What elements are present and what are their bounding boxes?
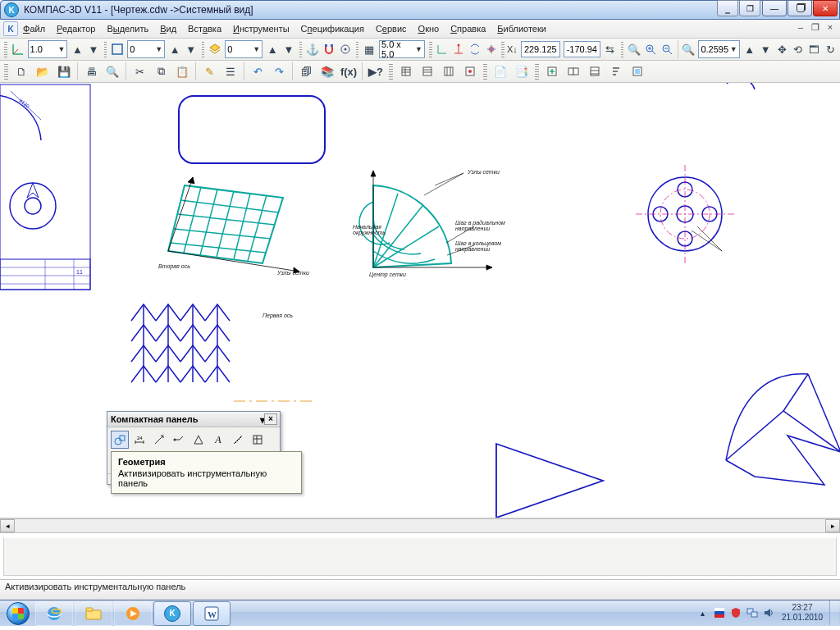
copy-props-icon[interactable]: ✎ bbox=[199, 62, 219, 81]
app-menu-icon[interactable]: K bbox=[3, 21, 18, 36]
edit-icon[interactable] bbox=[189, 431, 208, 449]
menu-service[interactable]: Сервис bbox=[376, 24, 407, 34]
taskbar-wmp[interactable] bbox=[114, 601, 152, 626]
zoom-up-icon[interactable]: ▲ bbox=[742, 39, 757, 59]
preview-icon[interactable]: 🔍 bbox=[103, 62, 122, 81]
menu-window[interactable]: Окно bbox=[418, 24, 440, 34]
menu-view[interactable]: Вид bbox=[160, 24, 176, 34]
redraw-icon[interactable]: 🗔 bbox=[807, 39, 822, 59]
grid-combo[interactable]: 5.0 x 5.0▼ bbox=[379, 40, 425, 58]
tray-shield-icon[interactable] bbox=[729, 606, 742, 619]
taskbar-ie[interactable] bbox=[35, 601, 73, 626]
dimensions-icon[interactable]: 24 bbox=[130, 431, 148, 449]
open-icon[interactable]: 📂 bbox=[33, 62, 52, 81]
spec-add-icon[interactable] bbox=[542, 62, 562, 81]
tray-flag-icon[interactable] bbox=[713, 606, 726, 619]
snap-config-icon[interactable] bbox=[338, 39, 353, 59]
new-icon[interactable]: 🗋 bbox=[11, 62, 31, 81]
doc-manager-icon[interactable]: 🗐 bbox=[296, 62, 316, 81]
scroll-left-button[interactable]: ◂ bbox=[0, 519, 15, 532]
library-icon[interactable]: 📚 bbox=[317, 62, 337, 81]
scale-up-icon[interactable]: ▲ bbox=[70, 39, 84, 59]
scroll-right-button[interactable]: ▸ bbox=[825, 519, 840, 532]
taskbar-explorer[interactable] bbox=[75, 601, 112, 626]
spec-sort-icon[interactable] bbox=[606, 62, 626, 81]
designations-icon[interactable] bbox=[170, 431, 188, 449]
mdi-minimize-button[interactable]: – bbox=[794, 21, 807, 33]
window-minimize-button[interactable]: — bbox=[762, 0, 787, 16]
round-icon[interactable] bbox=[468, 39, 482, 59]
coord-switch-icon[interactable]: ⇆ bbox=[603, 39, 618, 59]
tray-clock[interactable]: 23:27 21.01.2010 bbox=[782, 603, 823, 623]
toolbar-grip[interactable] bbox=[389, 63, 393, 80]
cut-icon[interactable]: ✂ bbox=[130, 62, 149, 81]
rotate-view-icon[interactable]: ⟲ bbox=[791, 39, 806, 59]
close-icon[interactable]: × bbox=[264, 413, 277, 425]
toolbar-grip[interactable] bbox=[202, 41, 205, 57]
layer-down-icon[interactable]: ▼ bbox=[281, 39, 296, 59]
params-icon[interactable]: A bbox=[209, 431, 227, 449]
toolbar-grip[interactable] bbox=[501, 41, 504, 57]
lcs-icon[interactable] bbox=[436, 39, 450, 59]
menu-spec[interactable]: Спецификация bbox=[301, 24, 364, 34]
menu-edit[interactable]: Редактор bbox=[57, 24, 95, 34]
select-icon[interactable] bbox=[249, 431, 267, 449]
menu-help[interactable]: Справка bbox=[450, 24, 486, 34]
magnet-icon[interactable] bbox=[322, 39, 336, 59]
zoom-window-icon[interactable]: 🔍 bbox=[681, 39, 696, 59]
layers-icon[interactable] bbox=[208, 39, 222, 59]
toolbar-grip[interactable] bbox=[483, 63, 487, 80]
ucs-icon[interactable] bbox=[11, 39, 25, 59]
layer-combo[interactable]: 0▼ bbox=[225, 40, 262, 58]
properties-icon[interactable]: ☰ bbox=[221, 62, 240, 81]
undo-icon[interactable]: ↶ bbox=[248, 62, 267, 81]
ortho2-icon[interactable] bbox=[484, 39, 499, 59]
report2-icon[interactable]: 📑 bbox=[512, 62, 532, 81]
variables-icon[interactable]: f(x) bbox=[339, 62, 358, 81]
spec4-icon[interactable] bbox=[460, 62, 480, 81]
zoom-fit-icon[interactable]: 🔍 bbox=[627, 39, 641, 59]
menu-libs[interactable]: Библиотеки bbox=[497, 24, 546, 34]
zoom-down-icon[interactable]: ▼ bbox=[758, 39, 773, 59]
window-close-button[interactable]: ✕ bbox=[813, 0, 838, 16]
help-icon[interactable]: ▶? bbox=[366, 62, 386, 81]
zoom-combo[interactable]: 0.2595▼ bbox=[698, 40, 739, 58]
window-maximize-button[interactable] bbox=[788, 0, 812, 16]
spec3-icon[interactable] bbox=[439, 62, 459, 81]
spec1-icon[interactable] bbox=[396, 62, 416, 81]
symbols-icon[interactable] bbox=[150, 431, 168, 449]
tray-network-icon[interactable] bbox=[746, 606, 759, 619]
compact-panel-header[interactable]: Компактная панель ▾ × bbox=[107, 412, 280, 427]
anchor-icon[interactable]: ⚓ bbox=[305, 39, 320, 59]
toolbar-grip[interactable] bbox=[621, 41, 624, 57]
mdi-close-button[interactable]: × bbox=[824, 21, 837, 33]
linetype-up-icon[interactable]: ▲ bbox=[167, 39, 182, 59]
toolbar-grip[interactable] bbox=[299, 41, 303, 57]
menu-file[interactable]: ФФайлайл bbox=[23, 24, 45, 34]
toolbar-grip[interactable] bbox=[104, 41, 107, 57]
spec-table-icon[interactable] bbox=[585, 62, 605, 81]
menu-insert[interactable]: Вставка bbox=[188, 24, 221, 34]
save-icon[interactable]: 💾 bbox=[54, 62, 74, 81]
scale-down-icon[interactable]: ▼ bbox=[86, 39, 101, 59]
start-button[interactable] bbox=[2, 601, 34, 626]
coord-y-field[interactable]: -170.94 bbox=[564, 41, 600, 57]
drawing-canvas[interactable]: ø120 11 Вторая ось Узлы сетки Пер bbox=[0, 83, 840, 518]
spec-link-icon[interactable] bbox=[564, 62, 583, 81]
refresh-icon[interactable]: ↻ bbox=[823, 39, 838, 59]
menu-tools[interactable]: Инструменты bbox=[233, 24, 290, 34]
spec2-icon[interactable] bbox=[418, 62, 437, 81]
scale-combo[interactable]: 1.0▼ bbox=[28, 40, 68, 58]
report1-icon[interactable]: 📄 bbox=[491, 62, 510, 81]
zoom-out-icon[interactable] bbox=[660, 39, 674, 59]
toolbar-grip[interactable] bbox=[356, 41, 359, 57]
zoom-in-icon[interactable] bbox=[643, 39, 658, 59]
toolbar-grip[interactable] bbox=[4, 63, 8, 80]
copy-icon[interactable]: ⧉ bbox=[151, 62, 171, 81]
geometry-icon[interactable] bbox=[111, 431, 129, 449]
tray-volume-icon[interactable] bbox=[762, 606, 775, 619]
coord-x-field[interactable]: 229.125 bbox=[521, 41, 560, 57]
redo-icon[interactable]: ↷ bbox=[269, 62, 289, 81]
window-restore2-button[interactable]: ❐ bbox=[739, 0, 760, 16]
measure-icon[interactable] bbox=[229, 431, 247, 449]
